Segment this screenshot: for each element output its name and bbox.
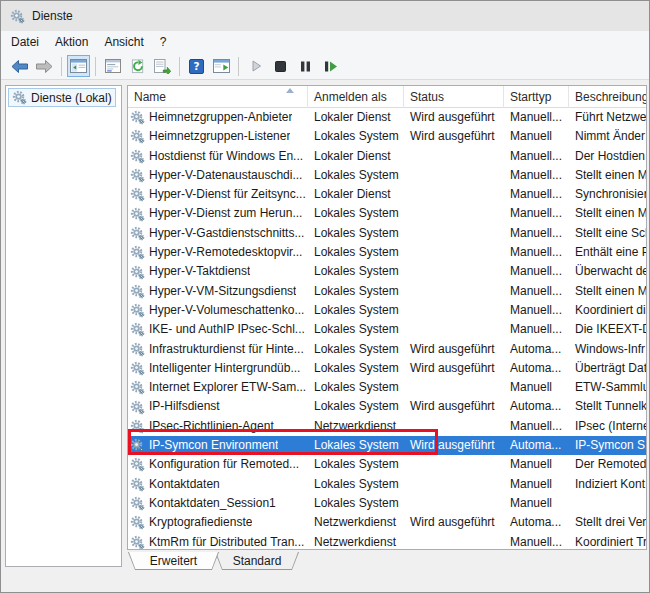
column-header-anmelden-als[interactable]: Anmelden als xyxy=(308,86,404,108)
menu-item-ansicht[interactable]: Ansicht xyxy=(96,32,151,52)
service-name-cell: Intelligenter Hintergrundüb... xyxy=(128,359,308,378)
forward-icon[interactable] xyxy=(33,55,56,77)
show-console-tree-icon[interactable] xyxy=(67,55,90,77)
title-bar[interactable]: Dienste xyxy=(1,1,649,31)
service-logon-cell: Lokales System xyxy=(308,282,404,301)
service-row[interactable]: Hyper-V-Volumeschattenko...Lokales Syste… xyxy=(128,301,646,320)
service-name: Hyper-V-Taktdienst xyxy=(149,262,250,281)
toolbar-separator xyxy=(95,57,96,76)
service-row[interactable]: Kontaktdaten_Session1Lokales SystemManue… xyxy=(128,494,646,513)
service-row[interactable]: IP-Symcon EnvironmentLokales SystemWird … xyxy=(128,436,646,455)
export-list-icon[interactable] xyxy=(151,55,174,77)
service-description-cell: Enthält eine P xyxy=(569,243,646,262)
service-status-cell: Wird ausgeführt xyxy=(404,340,504,359)
service-name: Hyper-V-Dienst für Zeitsync... xyxy=(149,185,306,204)
service-name-cell: Kontaktdaten_Session1 xyxy=(128,494,308,513)
column-header-beschreibung[interactable]: Beschreibung xyxy=(569,86,647,108)
service-description-cell: Überträgt Dat xyxy=(569,359,646,378)
list-header: NameAnmelden alsStatusStarttypBeschreibu… xyxy=(128,86,646,108)
service-description-cell: Windows-Infr xyxy=(569,340,646,359)
services-gear-icon xyxy=(130,187,145,202)
service-row[interactable]: IPsec-Richtlinien-AgentNetzwerkdienstMan… xyxy=(128,417,646,436)
restart-service-icon[interactable] xyxy=(319,55,342,77)
service-logon-cell: Lokales System xyxy=(308,436,404,455)
service-name: Internet Explorer ETW-Sam... xyxy=(149,378,306,397)
service-logon-cell: Lokales System xyxy=(308,262,404,281)
service-row[interactable]: Hyper-V-Dienst zum Herun...Lokales Syste… xyxy=(128,204,646,223)
service-row[interactable]: Hyper-V-Gastdienstschnitts...Lokales Sys… xyxy=(128,224,646,243)
service-status-cell xyxy=(404,262,504,281)
properties-icon[interactable] xyxy=(101,55,124,77)
service-name: Infrastrukturdienst für Hinte... xyxy=(149,340,304,359)
toolbar-separator xyxy=(61,57,62,76)
service-logon-cell: Lokales System xyxy=(308,127,404,146)
service-row[interactable]: IKE- und AuthIP IPsec-Schl...Lokales Sys… xyxy=(128,320,646,339)
menu-item-datei[interactable]: Datei xyxy=(3,32,47,52)
service-name: IKE- und AuthIP IPsec-Schl... xyxy=(149,320,305,339)
stop-service-icon[interactable] xyxy=(269,55,292,77)
service-starttype-cell: Automa... xyxy=(504,340,569,359)
service-logon-cell: Lokales System xyxy=(308,494,404,513)
service-name: Konfiguration für Remoted... xyxy=(149,455,299,474)
service-name: Hyper-V-Volumeschattenko... xyxy=(149,301,304,320)
service-row[interactable]: Hyper-V-VM-SitzungsdienstLokales SystemM… xyxy=(128,282,646,301)
column-header-starttyp[interactable]: Starttyp xyxy=(504,86,569,108)
service-status-cell xyxy=(404,243,504,262)
service-row[interactable]: Heimnetzgruppen-ListenerLokales SystemWi… xyxy=(128,127,646,146)
service-row[interactable]: Intelligenter Hintergrundüb...Lokales Sy… xyxy=(128,359,646,378)
services-gear-icon xyxy=(130,342,145,357)
service-status-cell xyxy=(404,204,504,223)
service-row[interactable]: KontaktdatenLokales SystemManuellIndizie… xyxy=(128,475,646,494)
show-window-icon[interactable] xyxy=(210,55,233,77)
tab-label: Erweitert xyxy=(129,552,218,569)
service-name: Hostdienst für Windows En... xyxy=(149,147,303,166)
service-row[interactable]: Internet Explorer ETW-Sam...Lokales Syst… xyxy=(128,378,646,397)
service-row[interactable]: Heimnetzgruppen-AnbieterLokaler DienstWi… xyxy=(128,108,646,127)
service-row[interactable]: Konfiguration für Remoted...Lokales Syst… xyxy=(128,455,646,474)
column-header-name[interactable]: Name xyxy=(128,86,308,108)
service-starttype-cell: Manuell xyxy=(504,378,569,397)
service-row[interactable]: KtmRm für Distributed Tran...Netzwerkdie… xyxy=(128,533,646,549)
service-status-cell: Wird ausgeführt xyxy=(404,359,504,378)
service-row[interactable]: Hyper-V-Remotedesktopvir...Lokales Syste… xyxy=(128,243,646,262)
tab-erweitert[interactable]: Erweitert xyxy=(128,552,219,570)
service-starttype-cell: Manuell xyxy=(504,494,569,513)
service-row[interactable]: Hyper-V-Datenaustauschdi...Lokales Syste… xyxy=(128,166,646,185)
service-name-cell: Internet Explorer ETW-Sam... xyxy=(128,378,308,397)
services-gear-icon xyxy=(130,149,145,164)
sort-ascending-icon xyxy=(286,88,294,93)
service-description-cell: IPsec (Interne xyxy=(569,417,646,436)
service-logon-cell: Lokales System xyxy=(308,224,404,243)
service-name: Hyper-V-Remotedesktopvir... xyxy=(149,243,302,262)
pause-service-icon[interactable] xyxy=(294,55,317,77)
toolbar: ? xyxy=(1,53,649,80)
service-starttype-cell: Manuell... xyxy=(504,533,569,549)
tree-item-dienste-lokal[interactable]: Dienste (Lokal) xyxy=(8,88,116,107)
back-icon[interactable] xyxy=(8,55,31,77)
menu-item-help[interactable]: ? xyxy=(152,32,175,52)
service-row[interactable]: Hyper-V-Dienst für Zeitsync...Lokaler Di… xyxy=(128,185,646,204)
service-row[interactable]: Infrastrukturdienst für Hinte...Lokales … xyxy=(128,340,646,359)
service-row[interactable]: IP-HilfsdienstLokales SystemWird ausgefü… xyxy=(128,397,646,416)
services-window: Dienste DateiAktionAnsicht? ? Dienste (L… xyxy=(0,0,650,593)
service-description-cell: Synchronisier xyxy=(569,185,646,204)
refresh-icon[interactable] xyxy=(126,55,149,77)
service-row[interactable]: KryptografiediensteNetzwerkdienstWird au… xyxy=(128,513,646,532)
service-row[interactable]: Hostdienst für Windows En...Lokaler Dien… xyxy=(128,147,646,166)
service-name: Heimnetzgruppen-Listener xyxy=(149,127,290,146)
service-name-cell: Hyper-V-Dienst für Zeitsync... xyxy=(128,185,308,204)
tab-standard[interactable]: Standard xyxy=(215,552,299,570)
service-description-cell: Stellt einen M xyxy=(569,204,646,223)
service-starttype-cell: Automa... xyxy=(504,436,569,455)
service-status-cell xyxy=(404,417,504,436)
services-gear-icon xyxy=(130,110,145,125)
service-starttype-cell: Manuell... xyxy=(504,243,569,262)
help-icon[interactable]: ? xyxy=(185,55,208,77)
column-header-status[interactable]: Status xyxy=(404,86,504,108)
service-row[interactable]: Hyper-V-TaktdienstLokales SystemManuell.… xyxy=(128,262,646,281)
service-name-cell: Hyper-V-VM-Sitzungsdienst xyxy=(128,282,308,301)
start-service-icon[interactable] xyxy=(244,55,267,77)
service-name-cell: Hyper-V-Gastdienstschnitts... xyxy=(128,224,308,243)
service-starttype-cell: Manuell xyxy=(504,475,569,494)
menu-item-aktion[interactable]: Aktion xyxy=(47,32,96,52)
